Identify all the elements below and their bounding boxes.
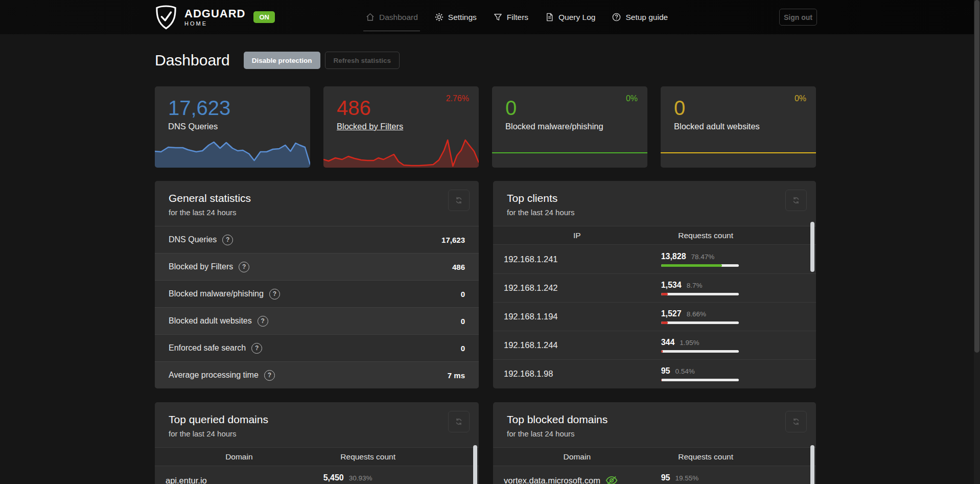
help-icon[interactable]: ? (258, 316, 268, 327)
requests-percent: 30.93% (349, 474, 372, 482)
help-icon[interactable]: ? (269, 289, 280, 299)
requests-percent: 78.47% (691, 253, 715, 261)
progress-bar (661, 379, 739, 381)
stat-row: Blocked by Filters ? 486 (155, 253, 479, 280)
panel-scrollbar-thumb[interactable] (473, 445, 477, 484)
nav-item-label: Query Log (558, 13, 595, 22)
panel-scrollbar-thumb[interactable] (810, 222, 814, 272)
table-row: 192.168.1.244 344 1.95% (493, 331, 816, 359)
refresh-icon (791, 196, 801, 205)
nav-item-label: Filters (507, 13, 528, 22)
top-queried-domains-title: Top queried domains (169, 413, 465, 426)
top-queried-domains-panel: Top queried domains for the last 24 hour… (155, 402, 479, 484)
blocked-domain: vortex.data.microsoft.com (504, 476, 600, 484)
dns-queries-label: DNS Queries (168, 122, 218, 131)
general-statistics-subtitle: for the last 24 hours (169, 208, 465, 217)
requests-count: 13,828 (661, 252, 686, 261)
refresh-top-blocked-button[interactable] (785, 411, 807, 432)
nav-item-filters[interactable]: Filters (493, 12, 528, 22)
help-icon[interactable]: ? (222, 235, 233, 245)
column-header-domain: Domain (155, 452, 323, 462)
refresh-icon (454, 417, 463, 426)
blocked-adult-flatline (661, 152, 816, 153)
adguard-home-logo[interactable]: ADGUARD HOME ON (155, 0, 275, 34)
stat-label: Blocked malware/phishing (169, 289, 264, 298)
stat-label: Blocked adult websites (169, 316, 252, 326)
top-clients-title: Top clients (507, 192, 802, 204)
refresh-general-statistics-button[interactable] (448, 190, 470, 211)
page-title: Dashboard (155, 52, 230, 69)
requests-count: 5,450 (323, 473, 344, 482)
refresh-statistics-button[interactable]: Refresh statistics (325, 52, 400, 69)
column-header-requests: Requests count (661, 231, 751, 240)
stat-value: 17,623 (441, 236, 465, 244)
page-scrollbar[interactable] (974, 0, 980, 484)
disable-protection-button[interactable]: Disable protection (244, 52, 320, 69)
table-row: 192.168.1.194 1,527 8.66% (493, 302, 816, 331)
top-clients-table: 192.168.1.241 13,828 78.47% 192.168.1.24… (493, 245, 816, 388)
funnel-icon (493, 12, 503, 22)
top-queried-table: api.entur.io 5,450 30.93% (155, 466, 479, 484)
document-icon (545, 12, 554, 22)
blocked-adult-value: 0 (674, 97, 803, 120)
requests-count: 95 (661, 473, 670, 482)
requests-count: 344 (661, 338, 675, 347)
help-icon[interactable]: ? (251, 343, 262, 354)
nav-item-label: Settings (448, 13, 477, 22)
refresh-top-clients-button[interactable] (785, 190, 807, 211)
panel-scrollbar-thumb[interactable] (810, 445, 814, 484)
page-header: Dashboard Disable protection Refresh sta… (155, 52, 816, 69)
help-icon[interactable]: ? (239, 262, 249, 272)
nav-item-query-log[interactable]: Query Log (545, 12, 595, 22)
top-blocked-domains-title: Top blocked domains (507, 413, 802, 426)
stat-cards: 17,623 DNS Queries 2.76% 486 Blocked by … (155, 86, 816, 168)
column-header-ip: IP (493, 231, 661, 240)
card-blocked-malware: 0% 0 Blocked malware/phishing (492, 86, 647, 168)
stat-row: Average processing time ? 7 ms (155, 361, 479, 388)
main-nav: Dashboard Settings Filters Q (365, 0, 668, 34)
top-blocked-table: vortex.data.microsoft.com 95 1 (493, 466, 816, 484)
progress-bar (661, 321, 739, 324)
stat-row: Blocked adult websites ? 0 (155, 307, 479, 334)
stat-value: 7 ms (448, 371, 465, 380)
nav-item-dashboard[interactable]: Dashboard (365, 12, 418, 22)
top-queried-domains-subtitle: for the last 24 hours (169, 429, 465, 438)
requests-percent: 1.95% (680, 339, 699, 347)
stat-label: Average processing time (169, 371, 259, 380)
shield-check-icon (155, 5, 177, 30)
dns-queries-sparkline (155, 136, 310, 168)
nav-item-settings[interactable]: Settings (434, 12, 477, 22)
refresh-icon (791, 417, 801, 426)
page-scrollbar-thumb[interactable] (974, 0, 979, 353)
requests-count: 1,534 (661, 281, 682, 290)
top-clients-table-header: IP Requests count (493, 226, 816, 245)
progress-bar (661, 264, 739, 267)
refresh-top-queried-button[interactable] (448, 411, 470, 432)
client-ip: 192.168.1.241 (493, 255, 661, 264)
table-row: 192.168.1.242 1,534 8.7% (493, 273, 816, 302)
middle-panels: General statistics for the last 24 hours… (155, 181, 816, 388)
top-blocked-domains-panel: Top blocked domains for the last 24 hour… (493, 402, 816, 484)
eye-off-icon[interactable] (605, 476, 618, 484)
requests-percent: 8.66% (687, 310, 706, 318)
stat-row: Enforced safe search ? 0 (155, 334, 479, 361)
table-row: 192.168.1.98 95 0.54% (493, 359, 816, 388)
card-dns-queries: 17,623 DNS Queries (155, 86, 310, 168)
help-icon[interactable]: ? (264, 370, 275, 381)
requests-percent: 8.7% (687, 282, 703, 289)
nav-item-label: Setup guide (625, 13, 668, 22)
refresh-icon (454, 196, 463, 205)
home-icon (365, 12, 375, 22)
dashboard-content: Dashboard Disable protection Refresh sta… (155, 52, 816, 484)
brand-name: ADGUARD (184, 8, 245, 19)
stat-row: DNS Queries ? 17,623 (155, 226, 479, 253)
progress-bar (661, 293, 739, 295)
blocked-filters-link[interactable]: Blocked by Filters (337, 122, 403, 131)
nav-item-setup-guide[interactable]: Setup guide (612, 12, 668, 22)
column-header-requests: Requests count (661, 452, 751, 462)
sign-out-button[interactable]: Sign out (779, 9, 817, 26)
blocked-filters-value: 486 (337, 97, 465, 120)
table-row: 192.168.1.241 13,828 78.47% (493, 245, 816, 273)
question-circle-icon (612, 12, 621, 22)
blocked-malware-label: Blocked malware/phishing (505, 122, 603, 131)
